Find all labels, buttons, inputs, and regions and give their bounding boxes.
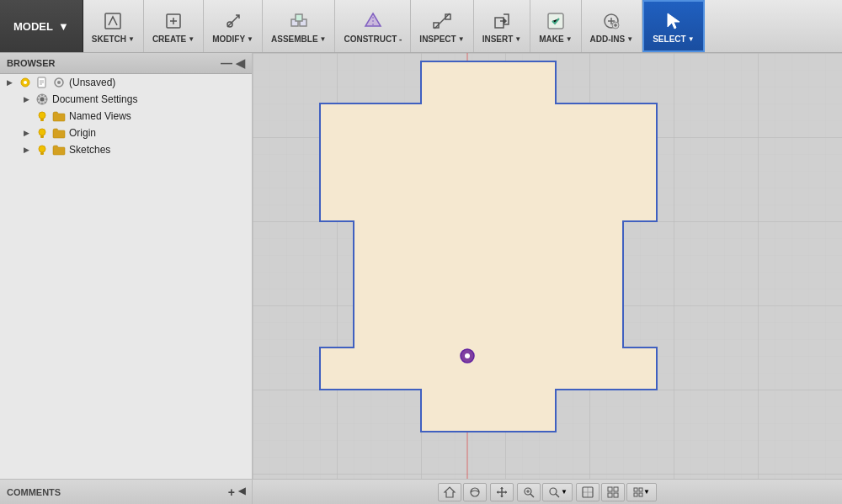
svg-point-23 [40, 98, 45, 102]
origin-point-center [465, 353, 470, 358]
sketch-icons [101, 9, 125, 33]
svg-rect-25 [40, 119, 44, 121]
create-section[interactable]: CREATE▼ [144, 0, 204, 52]
browser-collapse[interactable]: — [221, 56, 232, 70]
browser-tree: ▶ (Unsaved [0, 74, 252, 504]
svg-point-24 [39, 112, 45, 119]
modify-label: MODIFY▼ [212, 34, 253, 44]
assemble-icons [287, 9, 311, 33]
addins-icon [600, 9, 623, 33]
browser-item-sketches[interactable]: ▶ Sketches [0, 141, 252, 158]
zoom-menu-btn[interactable]: ▼ [542, 483, 573, 501]
model-button[interactable]: MODEL ▼ [0, 0, 83, 52]
insert-section[interactable]: INSERT▼ [474, 0, 531, 52]
svg-rect-49 [639, 493, 642, 496]
make-section[interactable]: MAKE▼ [530, 0, 581, 52]
inspect-icons [430, 9, 454, 33]
assemble-section[interactable]: ASSEMBLE▼ [263, 0, 335, 52]
assemble-icon [287, 9, 311, 33]
doc-settings-label: Document Settings [52, 93, 137, 105]
named-views-folder-icon [52, 109, 66, 123]
svg-line-7 [434, 13, 450, 29]
insert-icon [490, 9, 514, 33]
main-shape [320, 61, 657, 432]
bottom-tools: ▼ [253, 483, 842, 501]
select-section[interactable]: SELECT▼ [642, 0, 704, 52]
expand-arrow-sketches[interactable]: ▶ [20, 144, 32, 156]
orbit-btn[interactable] [463, 483, 487, 501]
sketch-label: SKETCH▼ [92, 34, 135, 44]
unsaved-record-icon [52, 76, 66, 89]
comments-collapse[interactable]: ◀ [238, 485, 245, 499]
modify-icon [221, 9, 245, 33]
make-icon [544, 9, 568, 33]
left-panel: BROWSER — ◀ ▶ [0, 53, 253, 504]
browser-title: BROWSER [7, 58, 55, 68]
grid-view-btn[interactable] [601, 483, 625, 501]
display-tool-group: ▼ [576, 483, 657, 501]
addins-section[interactable]: ADD-INS▼ [582, 0, 643, 52]
sketches-folder-icon [52, 143, 66, 157]
doc-gear-icon [35, 93, 49, 106]
browser-item-doc-settings[interactable]: ▶ Document Settings [0, 91, 252, 108]
svg-point-15 [24, 81, 27, 84]
pan-tool-group [490, 483, 514, 501]
sketches-bulb-icon [35, 143, 49, 157]
construct-icons [361, 9, 385, 33]
browser-item-origin[interactable]: ▶ Origin [0, 125, 252, 141]
sketch-section[interactable]: SKETCH▼ [83, 0, 144, 52]
browser-item-named-views[interactable]: ▶ Named Views [0, 108, 252, 125]
zoom-fit-btn[interactable] [517, 483, 541, 501]
pan-btn[interactable] [490, 483, 514, 501]
inspect-section[interactable]: INSPECT▼ [411, 0, 473, 52]
svg-point-26 [39, 129, 45, 135]
model-arrow: ▼ [58, 20, 69, 33]
create-icon [162, 9, 185, 33]
addins-icons [600, 9, 623, 33]
browser-drag[interactable]: ◀ [236, 56, 245, 70]
modify-section[interactable]: MODIFY▼ [204, 0, 263, 52]
construct-section[interactable]: CONSTRUCT - [335, 0, 411, 52]
make-label: MAKE▼ [539, 34, 572, 44]
named-views-bulb-icon [35, 109, 49, 123]
svg-rect-42 [608, 487, 612, 491]
home-view-btn[interactable] [438, 483, 461, 501]
comments-section: COMMENTS + ◀ [0, 480, 253, 504]
expand-arrow-unsaved[interactable]: ▶ [3, 77, 15, 88]
make-icons [544, 9, 568, 33]
grid-menu-btn[interactable]: ▼ [626, 483, 657, 501]
sketches-label: Sketches [69, 144, 110, 156]
svg-line-36 [530, 494, 534, 497]
insert-label: INSERT▼ [482, 34, 522, 44]
model-label: MODEL [13, 20, 53, 33]
comments-add[interactable]: + [228, 485, 235, 499]
display-mode-btn[interactable] [576, 483, 600, 501]
comments-title: COMMENTS [7, 487, 61, 497]
svg-rect-46 [634, 488, 637, 491]
sketch-icon [101, 9, 125, 33]
svg-rect-48 [634, 493, 637, 496]
inspect-icon [430, 9, 454, 33]
origin-bulb-icon [35, 126, 49, 140]
select-icon [662, 9, 685, 33]
svg-point-28 [39, 146, 45, 152]
expand-arrow-origin[interactable]: ▶ [20, 127, 32, 139]
bottom-bar: COMMENTS + ◀ [0, 479, 842, 504]
unsaved-label: (Unsaved) [69, 77, 115, 88]
unsaved-doc-icon [35, 76, 49, 89]
select-label: SELECT▼ [653, 34, 694, 44]
svg-point-34 [471, 488, 479, 496]
svg-line-40 [556, 494, 559, 497]
canvas-grid [253, 53, 842, 479]
svg-point-39 [550, 488, 557, 495]
construct-icon [361, 9, 385, 33]
view-tools-group [438, 483, 487, 501]
main-canvas[interactable] [253, 53, 842, 479]
construct-label: CONSTRUCT - [344, 34, 402, 44]
create-icons [162, 9, 185, 33]
expand-arrow-doc[interactable]: ▶ [20, 93, 32, 105]
unsaved-eye-icon [19, 76, 32, 89]
browser-item-unsaved[interactable]: ▶ (Unsaved [0, 74, 252, 91]
svg-rect-43 [614, 487, 618, 491]
toolbar: MODEL ▼ SKETCH▼ [0, 0, 842, 53]
